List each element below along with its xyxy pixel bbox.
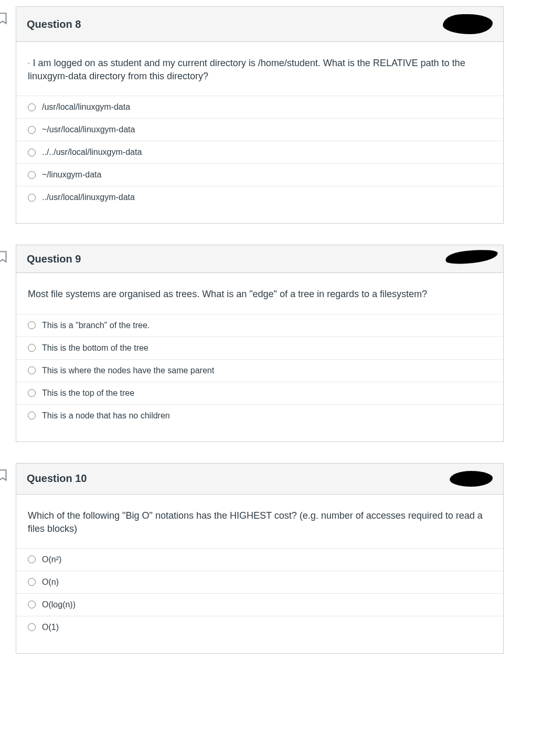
answer-option[interactable]: This is the top of the tree bbox=[16, 382, 503, 405]
question-prompt-text: I am logged on as student and my current… bbox=[28, 58, 465, 81]
answer-list: O(n²) O(n) O(log(n)) O(1) bbox=[16, 548, 503, 638]
question-title: Question 9 bbox=[27, 253, 81, 265]
answer-radio[interactable] bbox=[28, 578, 36, 586]
answer-option[interactable]: This is the bottom of the tree bbox=[16, 337, 503, 360]
answer-label: ../usr/local/linuxgym-data bbox=[42, 193, 135, 202]
question-title: Question 8 bbox=[27, 18, 81, 30]
answer-option[interactable]: ~/linuxgym-data bbox=[16, 164, 503, 186]
answer-label: ../../usr/local/linuxgym-data bbox=[42, 148, 142, 157]
answer-option[interactable]: This is a node that has no children bbox=[16, 405, 503, 427]
answer-option[interactable]: ../usr/local/linuxgym-data bbox=[16, 186, 503, 208]
answer-radio[interactable] bbox=[28, 149, 36, 156]
bookmark-icon[interactable] bbox=[0, 6, 16, 25]
answer-list: This is a "branch" of the tree. This is … bbox=[16, 314, 503, 427]
answer-label: This is the top of the tree bbox=[42, 388, 134, 398]
answer-radio[interactable] bbox=[28, 171, 36, 179]
answer-radio[interactable] bbox=[28, 412, 36, 419]
answer-radio[interactable] bbox=[28, 194, 36, 202]
answer-option[interactable]: O(log(n)) bbox=[16, 594, 503, 616]
answer-option[interactable]: O(n) bbox=[16, 571, 503, 594]
answer-option[interactable]: /usr/local/linuxgym-data bbox=[16, 96, 503, 119]
question-prompt-text: Which of the following "Big O" notations… bbox=[28, 510, 483, 534]
question-prompt: ▫I am logged on as student and my curren… bbox=[28, 57, 492, 83]
answer-label: O(n²) bbox=[42, 555, 61, 564]
answer-radio[interactable] bbox=[28, 601, 36, 608]
answer-label: O(1) bbox=[42, 623, 59, 632]
question-card-10: Question 10 Which of the following "Big … bbox=[16, 463, 504, 654]
redacted-points bbox=[445, 248, 498, 266]
answer-radio[interactable] bbox=[28, 623, 36, 631]
question-prompt: Which of the following "Big O" notations… bbox=[28, 509, 492, 536]
answer-option[interactable]: ~/usr/local/linuxgym-data bbox=[16, 119, 503, 141]
redacted-points bbox=[443, 14, 493, 34]
answer-label: /usr/local/linuxgym-data bbox=[42, 102, 130, 112]
answer-option[interactable]: This is where the nodes have the same pa… bbox=[16, 360, 503, 382]
redacted-points bbox=[450, 471, 493, 487]
answer-label: O(n) bbox=[42, 578, 59, 587]
answer-label: ~/usr/local/linuxgym-data bbox=[42, 125, 135, 134]
answer-radio[interactable] bbox=[28, 126, 36, 134]
answer-label: This is a "branch" of the tree. bbox=[42, 321, 150, 330]
answer-option[interactable]: O(1) bbox=[16, 616, 503, 638]
answer-radio[interactable] bbox=[28, 555, 36, 563]
answer-option[interactable]: This is a "branch" of the tree. bbox=[16, 314, 503, 337]
answer-list: /usr/local/linuxgym-data ~/usr/local/lin… bbox=[16, 96, 503, 208]
answer-radio[interactable] bbox=[28, 344, 36, 352]
square-bullet-icon: ▫ bbox=[28, 60, 30, 66]
answer-radio[interactable] bbox=[28, 103, 36, 111]
question-card-8: Question 8 ▫I am logged on as student an… bbox=[16, 6, 504, 224]
answer-radio[interactable] bbox=[28, 321, 36, 329]
bookmark-icon[interactable] bbox=[0, 463, 16, 482]
bookmark-icon[interactable] bbox=[0, 245, 16, 264]
answer-label: This is a node that has no children bbox=[42, 411, 170, 421]
answer-label: ~/linuxgym-data bbox=[42, 170, 101, 180]
answer-radio[interactable] bbox=[28, 366, 36, 374]
question-title: Question 10 bbox=[27, 472, 87, 485]
answer-label: This is where the nodes have the same pa… bbox=[42, 366, 214, 375]
question-card-9: Question 9 Most file systems are organis… bbox=[16, 245, 504, 442]
question-prompt-text: Most file systems are organised as trees… bbox=[28, 289, 427, 299]
question-prompt: Most file systems are organised as trees… bbox=[28, 288, 492, 301]
answer-option[interactable]: ../../usr/local/linuxgym-data bbox=[16, 141, 503, 164]
answer-label: This is the bottom of the tree bbox=[42, 343, 148, 353]
answer-label: O(log(n)) bbox=[42, 600, 76, 610]
answer-option[interactable]: O(n²) bbox=[16, 549, 503, 571]
answer-radio[interactable] bbox=[28, 389, 36, 397]
